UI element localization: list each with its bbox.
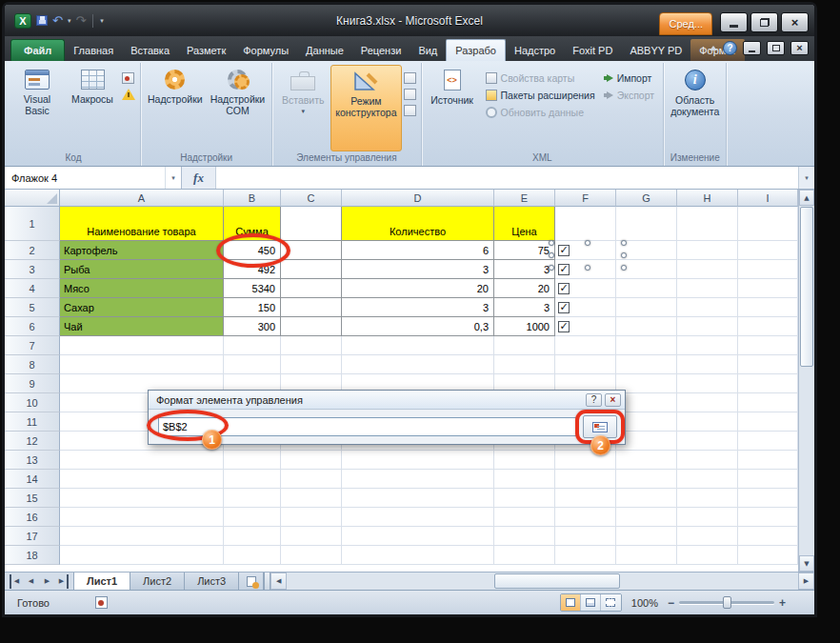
cell-I9[interactable] [738,374,798,393]
cell-link-input[interactable]: $B$2 [158,417,577,436]
cell-B6[interactable]: 300 [224,317,281,336]
cell-E6[interactable]: 1000 [494,317,555,336]
cell-I14[interactable] [738,470,798,489]
page-layout-view-button[interactable] [581,594,601,611]
cell-F18[interactable] [555,546,616,565]
xml-source-button[interactable]: Источник [425,65,480,151]
cell-F15[interactable] [555,489,616,508]
vertical-scrollbar[interactable]: ▲ ▼ [798,190,814,572]
row-header-7[interactable]: 7 [5,336,60,355]
cell-H6[interactable] [677,317,738,336]
last-sheet-icon[interactable]: ▶ [56,574,69,589]
cell-A6[interactable]: Чай [60,317,224,336]
dialog-close-button[interactable]: × [605,393,621,407]
cell-H2[interactable] [677,241,738,260]
cell-F14[interactable] [555,470,616,489]
formula-input[interactable] [216,167,798,189]
scroll-up-icon[interactable]: ▲ [799,190,814,206]
cell-G3[interactable] [616,260,677,279]
cell-B5[interactable]: 150 [224,298,281,317]
cell-E1[interactable]: Цена [494,207,555,241]
cell-D16[interactable] [342,508,494,527]
row-header-14[interactable]: 14 [5,470,60,489]
cell-H11[interactable] [677,412,738,432]
cell-G5[interactable] [616,298,677,317]
cell-B2[interactable]: 450 [224,241,281,260]
column-header-H[interactable]: H [677,190,738,207]
cell-G7[interactable] [616,336,677,355]
tab-Формулы[interactable]: Формулы [234,39,297,61]
cell-I7[interactable] [738,336,798,355]
cell-B8[interactable] [224,355,281,374]
cell-E15[interactable] [494,489,555,508]
cell-I8[interactable] [738,355,798,374]
cell-H18[interactable] [677,546,738,565]
cell-A18[interactable] [60,546,224,565]
cell-E16[interactable] [494,508,555,527]
cell-G17[interactable] [616,527,677,546]
cell-F17[interactable] [555,527,616,546]
restore-button[interactable] [750,12,778,32]
vertical-scroll-thumb[interactable] [800,207,813,367]
cell-D2[interactable]: 6 [342,241,494,260]
macro-record-icon[interactable] [95,596,108,609]
column-header-D[interactable]: D [342,190,494,207]
cell-B4[interactable]: 5340 [224,279,281,298]
undo-icon[interactable]: ↶ [52,14,63,27]
visual-basic-button[interactable]: Visual Basic [10,65,65,151]
name-box-dropdown-icon[interactable]: ▾ [165,167,181,189]
horizontal-scroll-thumb[interactable] [494,573,620,589]
cell-D7[interactable] [342,336,494,355]
cell-C1[interactable] [281,207,342,241]
cell-F2[interactable]: ✓ [555,241,616,260]
cell-E14[interactable] [494,470,555,489]
cell-G18[interactable] [616,546,677,565]
cell-F1[interactable] [555,207,616,241]
cell-G14[interactable] [616,470,677,489]
zoom-level[interactable]: 100% [631,597,658,609]
cell-D8[interactable] [342,355,494,374]
cell-E5[interactable]: 3 [494,298,555,317]
cell-H10[interactable] [677,393,738,412]
row-header-16[interactable]: 16 [5,508,60,527]
row-header-5[interactable]: 5 [5,298,60,317]
addins-button[interactable]: Надстройки [144,65,207,151]
row-header-9[interactable]: 9 [5,374,60,393]
cell-D18[interactable] [342,546,494,565]
checkbox-control-row-4[interactable]: ✓ [558,283,570,294]
cell-C6[interactable] [281,317,342,336]
cell-F5[interactable]: ✓ [555,298,616,317]
horizontal-scrollbar[interactable]: ◀ ▶ [270,573,814,590]
cell-G1[interactable] [616,207,677,241]
cell-H7[interactable] [677,336,738,355]
normal-view-button[interactable] [561,594,581,611]
export-button[interactable]: Экспорт [607,90,654,101]
cell-H12[interactable] [677,432,738,451]
cell-A15[interactable] [60,489,224,508]
cell-F4[interactable]: ✓ [555,279,616,298]
cell-A1[interactable]: Наименование товара [60,207,224,241]
cell-A14[interactable] [60,470,224,489]
cell-I18[interactable] [738,546,798,565]
cell-G2[interactable] [616,241,677,260]
import-button[interactable]: Импорт [607,72,654,84]
cell-E17[interactable] [494,527,555,546]
cell-A5[interactable]: Сахар [60,298,224,317]
workbook-minimize-button[interactable] [743,41,761,55]
column-header-B[interactable]: B [224,190,281,207]
cell-D17[interactable] [342,527,494,546]
refresh-data-button[interactable]: Обновить данные [486,107,595,118]
undo-dropdown-icon[interactable]: ▾ [68,17,71,25]
cell-B13[interactable] [224,451,281,470]
tab-splitter[interactable] [264,573,270,590]
tab-Надстро[interactable]: Надстро [506,39,564,61]
cell-C16[interactable] [281,508,342,527]
select-all-corner[interactable] [5,190,60,207]
row-header-18[interactable]: 18 [5,546,60,565]
title-bar[interactable]: X ↶ ▾ ↷ ▾ Книга3.xlsx - Microsoft Excel … [5,5,814,36]
cell-H4[interactable] [677,279,738,298]
cell-D5[interactable]: 3 [342,298,494,317]
row-header-4[interactable]: 4 [5,279,60,298]
cell-H15[interactable] [677,489,738,508]
prev-sheet-icon[interactable]: ◀ [24,574,38,589]
